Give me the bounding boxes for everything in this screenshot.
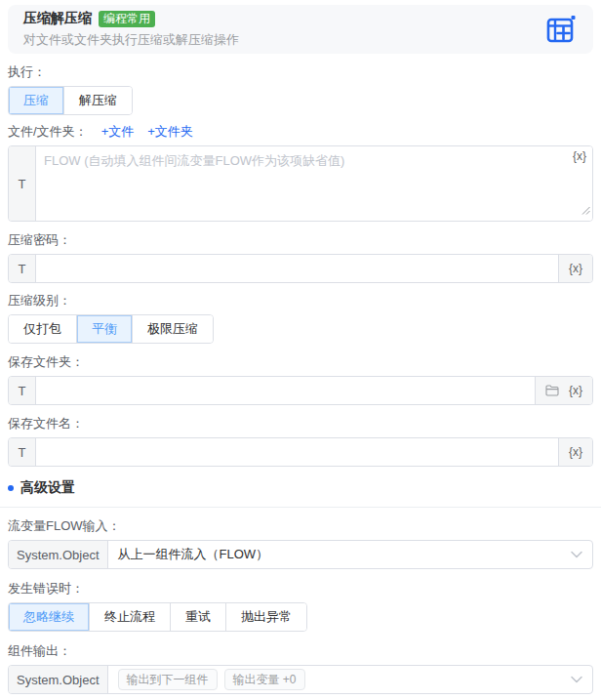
action-option-compress[interactable]: 压缩	[9, 87, 63, 114]
files-textarea-wrap: T {x}	[8, 145, 593, 222]
advanced-settings-section: 高级设置	[0, 479, 601, 508]
level-option-balanced[interactable]: 平衡	[76, 315, 132, 343]
chevron-down-icon	[571, 666, 592, 693]
advanced-settings-title: 高级设置	[20, 479, 75, 497]
error-option-ignore[interactable]: 忽略继续	[9, 603, 89, 631]
bullet-dot-icon	[8, 485, 14, 491]
output-tag-next-component[interactable]: 输出到下一组件	[118, 669, 218, 690]
files-label: 文件/文件夹：	[8, 123, 88, 141]
password-input[interactable]	[36, 255, 558, 282]
password-expression-toggle[interactable]: {x}	[569, 262, 582, 275]
component-header: 压缩解压缩 编程常用 对文件或文件夹执行压缩或解压缩操作	[8, 5, 593, 54]
resize-handle-icon[interactable]	[581, 201, 590, 219]
field-on-error: 发生错误时： 忽略继续 终止流程 重试 抛出异常	[8, 581, 593, 632]
save-folder-suffix: {x}	[535, 377, 592, 404]
level-option-store[interactable]: 仅打包	[9, 315, 76, 343]
field-save-name: 保存文件名： T {x}	[8, 416, 593, 467]
output-tag-variables[interactable]: 输出变量 +0	[224, 669, 305, 690]
header-text-block: 压缩解压缩 编程常用 对文件或文件夹执行压缩或解压缩操作	[23, 10, 239, 49]
error-option-throw[interactable]: 抛出异常	[225, 603, 306, 631]
password-label: 压缩密码：	[8, 231, 71, 249]
save-folder-input-wrap: T {x}	[8, 376, 593, 405]
save-name-input-wrap: T {x}	[8, 437, 593, 467]
add-file-link[interactable]: +文件	[101, 123, 135, 141]
field-level: 压缩级别： 仅打包 平衡 极限压缩	[8, 293, 593, 344]
error-option-stop[interactable]: 终止流程	[89, 603, 170, 631]
flow-input-type: System.Object	[9, 541, 108, 568]
save-name-suffix: {x}	[558, 438, 592, 466]
component-description: 对文件或文件夹执行压缩或解压缩操作	[23, 31, 239, 49]
component-config-panel: 压缩解压缩 编程常用 对文件或文件夹执行压缩或解压缩操作 执行： 压缩 解压缩	[0, 0, 601, 694]
password-input-wrap: T {x}	[8, 254, 593, 283]
field-password: 压缩密码： T {x}	[8, 232, 593, 283]
save-name-input[interactable]	[36, 438, 558, 466]
folder-icon[interactable]	[545, 385, 559, 396]
field-action: 执行： 压缩 解压缩	[8, 64, 593, 115]
save-name-expression-toggle[interactable]: {x}	[569, 445, 582, 459]
save-name-type-toggle[interactable]: T	[9, 438, 36, 466]
save-name-label: 保存文件名：	[8, 415, 84, 432]
add-folder-link[interactable]: +文件夹	[147, 123, 193, 141]
category-badge: 编程常用	[99, 11, 155, 27]
field-save-folder: 保存文件夹： T {x}	[8, 354, 593, 405]
password-type-toggle[interactable]: T	[9, 255, 36, 282]
output-label: 组件输出：	[8, 642, 71, 660]
action-label: 执行：	[8, 63, 46, 81]
chevron-down-icon	[571, 541, 592, 568]
error-option-retry[interactable]: 重试	[170, 603, 225, 631]
level-label: 压缩级别：	[8, 292, 71, 309]
on-error-label: 发生错误时：	[8, 580, 84, 597]
field-output: 组件输出： System.Object 输出到下一组件 输出变量 +0	[8, 643, 593, 694]
flow-input-select[interactable]: System.Object 从上一组件流入（FLOW）	[8, 540, 593, 569]
output-tags: 输出到下一组件 输出变量 +0	[108, 666, 571, 693]
action-option-decompress[interactable]: 解压缩	[63, 87, 132, 114]
files-type-toggle[interactable]: T	[9, 146, 36, 221]
save-folder-label: 保存文件夹：	[8, 353, 84, 371]
files-textarea[interactable]	[36, 146, 592, 221]
field-files: 文件/文件夹： +文件 +文件夹 T {x}	[8, 124, 593, 222]
save-folder-type-toggle[interactable]: T	[9, 377, 36, 404]
password-suffix: {x}	[558, 255, 592, 282]
level-button-group: 仅打包 平衡 极限压缩	[8, 314, 214, 344]
action-button-group: 压缩 解压缩	[8, 86, 133, 115]
output-select[interactable]: System.Object 输出到下一组件 输出变量 +0	[8, 665, 593, 694]
level-option-ultra[interactable]: 极限压缩	[132, 315, 213, 343]
files-expression-toggle[interactable]: {x}	[573, 149, 586, 163]
flow-input-label: 流变量FLOW输入：	[8, 517, 121, 535]
output-type: System.Object	[9, 666, 108, 693]
save-folder-expression-toggle[interactable]: {x}	[569, 384, 582, 397]
flow-input-value: 从上一组件流入（FLOW）	[108, 541, 571, 568]
add-component-window-icon[interactable]	[544, 13, 578, 46]
save-folder-input[interactable]	[36, 377, 535, 404]
field-flow-input: 流变量FLOW输入： System.Object 从上一组件流入（FLOW）	[8, 518, 593, 569]
page-title: 压缩解压缩	[23, 10, 92, 27]
on-error-button-group: 忽略继续 终止流程 重试 抛出异常	[8, 602, 307, 632]
